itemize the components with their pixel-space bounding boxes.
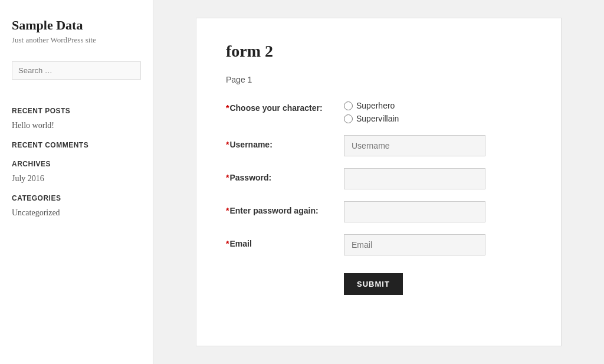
recent-comments-heading: RECENT COMMENTS — [12, 141, 141, 149]
email-field-row: *Email — [226, 234, 531, 255]
submit-button[interactable]: SUBMIT — [344, 273, 403, 295]
required-star: * — [226, 173, 229, 182]
form-page-label: Page 1 — [226, 75, 531, 84]
superhero-label-text: Superhero — [356, 101, 395, 110]
password-again-input[interactable] — [344, 201, 485, 222]
category-link[interactable]: Uncategorized — [12, 208, 141, 218]
email-label: *Email — [226, 234, 344, 248]
site-tagline: Just another WordPress site — [12, 35, 141, 45]
email-input-col — [344, 234, 531, 255]
email-input[interactable] — [344, 234, 485, 255]
username-field-row: *Username: — [226, 135, 531, 156]
password-label: *Password: — [226, 168, 344, 182]
recent-post-link[interactable]: Hello world! — [12, 121, 141, 130]
supervillain-radio-label[interactable]: Supervillain — [344, 114, 531, 123]
supervillain-radio[interactable] — [344, 114, 353, 123]
password-again-field-row: *Enter password again: — [226, 201, 531, 222]
superhero-radio[interactable] — [344, 101, 353, 110]
required-star: * — [226, 239, 229, 248]
password-again-input-col — [344, 201, 531, 222]
password-input[interactable] — [344, 168, 485, 189]
required-star: * — [226, 206, 229, 215]
recent-posts-heading: RECENT POSTS — [12, 107, 141, 115]
sidebar: Sample Data Just another WordPress site … — [0, 0, 153, 364]
username-label: *Username: — [226, 135, 344, 149]
character-radio-group: Superhero Supervillain — [344, 99, 531, 123]
username-input[interactable] — [344, 135, 485, 156]
submit-col: SUBMIT — [344, 267, 531, 295]
archive-link[interactable]: July 2016 — [12, 174, 141, 183]
submit-label-spacer — [226, 267, 344, 272]
supervillain-label-text: Supervillain — [356, 114, 399, 123]
submit-row: SUBMIT — [226, 267, 531, 295]
main-content: form 2 Page 1 *Choose your character: Su… — [153, 0, 604, 364]
categories-heading: CATEGORIES — [12, 194, 141, 202]
archives-heading: ARCHIVES — [12, 160, 141, 168]
password-input-col — [344, 168, 531, 189]
site-title: Sample Data — [12, 18, 141, 33]
required-star: * — [226, 140, 229, 149]
character-field-row: *Choose your character: Superhero Superv… — [226, 99, 531, 123]
form-title: form 2 — [226, 42, 531, 61]
required-star: * — [226, 103, 229, 113]
password-again-label: *Enter password again: — [226, 201, 344, 215]
username-input-col — [344, 135, 531, 156]
character-label: *Choose your character: — [226, 99, 344, 113]
password-field-row: *Password: — [226, 168, 531, 189]
form-card: form 2 Page 1 *Choose your character: Su… — [196, 18, 562, 346]
superhero-radio-label[interactable]: Superhero — [344, 101, 531, 110]
search-input[interactable] — [12, 61, 141, 80]
character-input-col: Superhero Supervillain — [344, 99, 531, 123]
